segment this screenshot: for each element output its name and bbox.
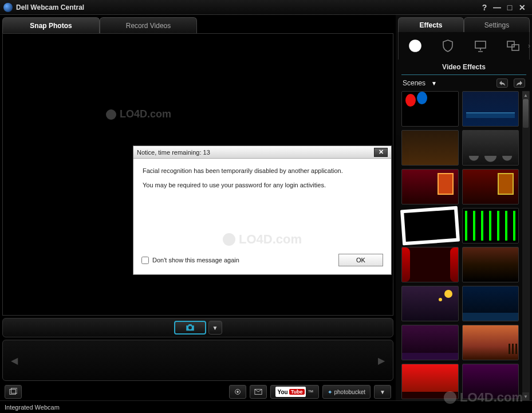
close-button[interactable]: ✕	[516, 3, 529, 12]
side-panel: Effects Settings › Video Effects Scenes …	[396, 15, 532, 400]
svg-rect-10	[475, 41, 486, 48]
dialog-footer: Don't show this message again OK	[133, 250, 391, 274]
youtube-tm: ™	[308, 389, 314, 395]
redo-button[interactable]	[514, 78, 525, 88]
scene-clouds[interactable]	[462, 130, 519, 166]
svg-point-9	[411, 45, 413, 47]
capture-button[interactable]	[174, 321, 206, 335]
youtube-tube: Tube	[289, 389, 305, 395]
film-reel-icon	[408, 39, 422, 53]
category-scenes[interactable]	[505, 38, 521, 54]
tab-settings[interactable]: Settings	[464, 17, 530, 32]
side-tabs: Effects Settings	[398, 17, 530, 32]
scenes-label: Scenes	[403, 79, 425, 87]
scenes-header: Scenes ▼	[398, 75, 530, 91]
category-avatars[interactable]	[440, 38, 456, 54]
share-icon	[9, 388, 17, 396]
capture-mode-dropdown[interactable]: ▼	[208, 321, 222, 335]
window-titlebar: Dell Webcam Central ? — □ ✕	[0, 0, 532, 15]
dont-show-label: Don't show this message again	[152, 257, 239, 263]
share-more-dropdown[interactable]: ▼	[374, 385, 391, 399]
share-generic-button[interactable]	[5, 385, 22, 399]
scroll-thumb[interactable]	[523, 99, 529, 128]
status-bar: Integrated Webcam	[0, 400, 532, 413]
windows-icon	[506, 39, 520, 53]
dialog-title: Notice, time remaining: 13	[137, 149, 374, 156]
dialog-titlebar: Notice, time remaining: 13 ✕	[133, 146, 391, 159]
watermark: LO4D.com	[223, 232, 302, 247]
svg-point-3	[237, 391, 239, 393]
category-frames[interactable]	[472, 38, 488, 54]
dont-show-checkbox[interactable]	[141, 257, 149, 264]
share-settings-button[interactable]	[229, 385, 246, 399]
svg-rect-12	[512, 45, 519, 50]
scene-balloons[interactable]	[401, 91, 459, 127]
scroll-down[interactable]: ▼	[522, 392, 529, 400]
svg-rect-11	[507, 41, 514, 47]
scene-moon[interactable]	[401, 286, 459, 321]
thumbnails-scrollbar[interactable]: ▲ ▼	[522, 91, 529, 400]
share-email-button[interactable]	[250, 385, 267, 399]
share-youtube-button[interactable]: YouTube™	[270, 385, 319, 399]
panel-title: Video Effects	[401, 60, 526, 75]
tab-record-label: Record Videos	[126, 22, 171, 30]
window-title: Dell Webcam Central	[16, 3, 478, 11]
minimize-button[interactable]: —	[491, 3, 503, 12]
scroll-up[interactable]: ▲	[522, 91, 529, 99]
dialog-close-button[interactable]: ✕	[374, 148, 388, 157]
dialog-message-1: Facial recognition has been temporarily …	[143, 167, 382, 175]
envelope-icon	[254, 388, 262, 396]
notice-dialog: Notice, time remaining: 13 ✕ Facial reco…	[133, 145, 392, 275]
scene-red-skyline[interactable]	[401, 364, 459, 399]
redo-icon	[516, 80, 523, 86]
categories-more[interactable]: ›	[528, 42, 530, 50]
tab-snap-label: Snap Photos	[30, 22, 72, 30]
scene-city-night[interactable]	[462, 286, 519, 321]
ok-button[interactable]: OK	[338, 254, 383, 266]
scenes-dropdown[interactable]: ▼	[431, 80, 437, 86]
strip-next[interactable]: ▶	[378, 355, 385, 366]
scene-desert[interactable]	[462, 325, 519, 360]
tab-effects[interactable]: Effects	[398, 17, 464, 32]
scroll-track[interactable]	[522, 99, 529, 392]
scene-green-bars[interactable]	[462, 208, 519, 243]
dialog-body: Facial recognition has been temporarily …	[133, 159, 391, 250]
tab-settings-label: Settings	[484, 21, 509, 29]
svg-point-7	[417, 45, 420, 47]
scene-bridge[interactable]	[462, 91, 519, 127]
thumbnail-strip: ◀ ▶	[2, 340, 393, 381]
tab-snap-photos[interactable]: Snap Photos	[2, 17, 100, 33]
app-icon	[3, 3, 13, 12]
scene-purple[interactable]	[401, 325, 459, 360]
main-tabs: Snap Photos Record Videos	[2, 17, 393, 33]
tab-effects-label: Effects	[419, 21, 442, 29]
youtube-you: You	[278, 389, 288, 395]
undo-button[interactable]	[496, 78, 508, 88]
camera-icon	[185, 324, 195, 332]
maximize-button[interactable]: □	[503, 3, 516, 12]
share-bar: YouTube™ ✦photobucket ▼	[2, 383, 393, 400]
share-photobucket-button[interactable]: ✦photobucket	[322, 385, 371, 399]
scene-curtain[interactable]	[401, 247, 459, 282]
scene-concert[interactable]	[401, 130, 459, 166]
gear-icon	[234, 388, 242, 396]
photobucket-label: photobucket	[334, 389, 366, 395]
help-button[interactable]: ?	[478, 3, 491, 12]
undo-icon	[499, 80, 506, 86]
scene-gift[interactable]	[401, 169, 459, 204]
capture-bar: ▼	[2, 318, 393, 337]
scene-sunset[interactable]	[462, 247, 519, 282]
scene-magenta[interactable]	[462, 364, 519, 399]
svg-point-8	[414, 48, 416, 50]
watermark: LO4D.com	[106, 108, 171, 120]
strip-prev[interactable]: ◀	[11, 355, 18, 366]
tab-record-videos[interactable]: Record Videos	[100, 17, 197, 33]
scene-photo-frame[interactable]	[400, 206, 460, 246]
shield-icon	[441, 39, 455, 53]
scene-gift-alt[interactable]	[462, 169, 519, 204]
dialog-message-2: You may be required to use your password…	[143, 181, 382, 190]
svg-point-6	[414, 41, 416, 44]
category-video-effects[interactable]	[407, 38, 423, 54]
dont-show-again[interactable]: Don't show this message again	[141, 257, 334, 264]
effect-categories: ›	[398, 32, 530, 60]
